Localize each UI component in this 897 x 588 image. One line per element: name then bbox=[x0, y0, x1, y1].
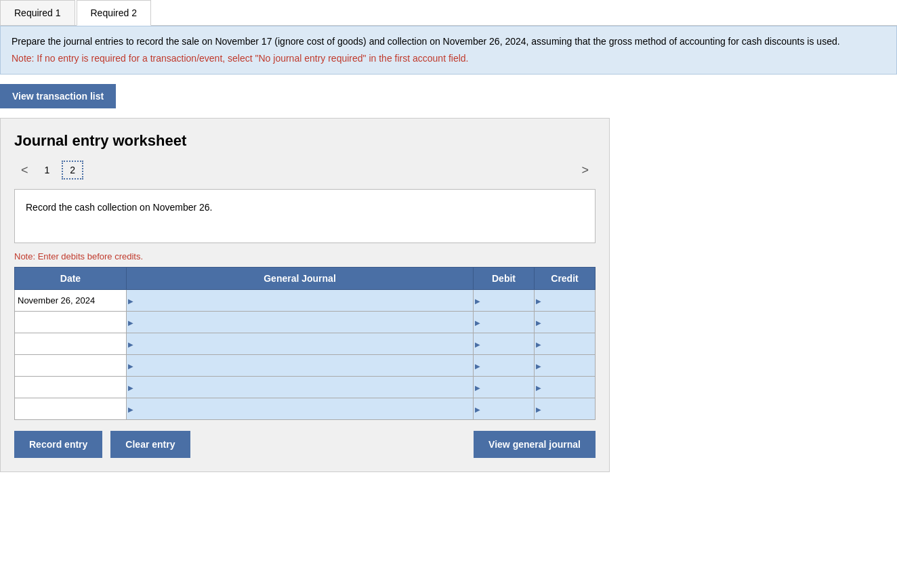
debit-cell-3[interactable]: ▶ bbox=[474, 333, 535, 355]
credit-cell-6[interactable]: ▶ bbox=[535, 398, 596, 420]
table-header-general-journal: General Journal bbox=[127, 268, 474, 290]
gj-input-6[interactable] bbox=[127, 398, 473, 419]
arrow-icon-gj4: ▶ bbox=[128, 362, 133, 369]
view-general-journal-button[interactable]: View general journal bbox=[474, 431, 596, 458]
credit-cell-1[interactable]: ▶ bbox=[535, 290, 596, 312]
description-text: Record the cash collection on November 2… bbox=[26, 202, 212, 213]
debit-input-1[interactable] bbox=[474, 290, 534, 311]
arrow-icon-c4: ▶ bbox=[536, 362, 541, 369]
date-cell-6[interactable] bbox=[15, 398, 127, 420]
arrow-icon-d5: ▶ bbox=[475, 383, 480, 391]
debit-input-4[interactable] bbox=[474, 355, 534, 376]
next-page-arrow[interactable]: > bbox=[575, 163, 596, 177]
gj-input-2[interactable] bbox=[127, 312, 473, 333]
date-cell-2[interactable] bbox=[15, 312, 127, 333]
info-box: Prepare the journal entries to record th… bbox=[0, 26, 897, 75]
gj-cell-6[interactable]: ▶ bbox=[127, 398, 474, 420]
arrow-icon-d4: ▶ bbox=[475, 362, 480, 369]
arrow-icon-c1: ▶ bbox=[536, 297, 541, 304]
debit-input-3[interactable] bbox=[474, 333, 534, 354]
table-row: ▶ ▶ ▶ bbox=[15, 377, 596, 398]
gj-input-1[interactable] bbox=[127, 290, 473, 311]
prev-page-arrow[interactable]: < bbox=[14, 163, 35, 177]
arrow-icon-c3: ▶ bbox=[536, 340, 541, 348]
credit-input-5[interactable] bbox=[535, 377, 595, 398]
arrow-icon-c6: ▶ bbox=[536, 405, 541, 413]
gj-cell-4[interactable]: ▶ bbox=[127, 355, 474, 377]
tab-required1[interactable]: Required 1 bbox=[0, 0, 75, 25]
tab-required2[interactable]: Required 2 bbox=[77, 0, 152, 26]
date-cell-1[interactable] bbox=[15, 290, 127, 312]
arrow-icon-gj1: ▶ bbox=[128, 297, 133, 304]
date-input-4[interactable] bbox=[15, 355, 126, 376]
gj-cell-2[interactable]: ▶ bbox=[127, 312, 474, 333]
gj-cell-5[interactable]: ▶ bbox=[127, 377, 474, 398]
gj-input-5[interactable] bbox=[127, 377, 473, 398]
date-cell-4[interactable] bbox=[15, 355, 127, 377]
date-cell-3[interactable] bbox=[15, 333, 127, 355]
arrow-icon-d1: ▶ bbox=[475, 297, 480, 304]
credit-cell-5[interactable]: ▶ bbox=[535, 377, 596, 398]
bottom-buttons: Record entry Clear entry View general jo… bbox=[14, 431, 596, 458]
table-header-debit: Debit bbox=[474, 268, 535, 290]
date-input-1[interactable] bbox=[15, 290, 126, 311]
table-row: ▶ ▶ ▶ bbox=[15, 312, 596, 333]
debit-input-5[interactable] bbox=[474, 377, 534, 398]
arrow-icon-c5: ▶ bbox=[536, 383, 541, 391]
arrow-icon-gj6: ▶ bbox=[128, 405, 133, 413]
gj-input-4[interactable] bbox=[127, 355, 473, 376]
table-header-date: Date bbox=[15, 268, 127, 290]
debit-input-2[interactable] bbox=[474, 312, 534, 333]
description-box: Record the cash collection on November 2… bbox=[14, 189, 596, 243]
date-input-5[interactable] bbox=[15, 377, 126, 398]
arrow-icon-gj2: ▶ bbox=[128, 318, 133, 326]
credit-cell-2[interactable]: ▶ bbox=[535, 312, 596, 333]
debit-cell-6[interactable]: ▶ bbox=[474, 398, 535, 420]
date-input-2[interactable] bbox=[15, 312, 126, 333]
credit-cell-3[interactable]: ▶ bbox=[535, 333, 596, 355]
clear-entry-button[interactable]: Clear entry bbox=[110, 431, 190, 458]
arrow-icon-d2: ▶ bbox=[475, 318, 480, 326]
arrow-icon-d3: ▶ bbox=[475, 340, 480, 348]
info-note-text: Note: If no entry is required for a tran… bbox=[12, 51, 885, 66]
arrow-icon-c2: ▶ bbox=[536, 318, 541, 326]
table-row: ▶ ▶ ▶ bbox=[15, 355, 596, 377]
gj-cell-1[interactable]: ▶ bbox=[127, 290, 474, 312]
table-row: ▶ ▶ ▶ bbox=[15, 333, 596, 355]
note-debits: Note: Enter debits before credits. bbox=[14, 251, 596, 261]
table-row: ▶ ▶ ▶ bbox=[15, 398, 596, 420]
journal-table: Date General Journal Debit Credit ▶ ▶ bbox=[14, 267, 596, 420]
credit-input-4[interactable] bbox=[535, 355, 595, 376]
credit-input-2[interactable] bbox=[535, 312, 595, 333]
arrow-icon-d6: ▶ bbox=[475, 405, 480, 413]
record-entry-button[interactable]: Record entry bbox=[14, 431, 102, 458]
date-cell-5[interactable] bbox=[15, 377, 127, 398]
table-header-credit: Credit bbox=[535, 268, 596, 290]
debit-cell-2[interactable]: ▶ bbox=[474, 312, 535, 333]
info-main-text: Prepare the journal entries to record th… bbox=[12, 35, 885, 49]
tabs-container: Required 1 Required 2 bbox=[0, 0, 897, 26]
table-row: ▶ ▶ ▶ bbox=[15, 290, 596, 312]
debit-cell-4[interactable]: ▶ bbox=[474, 355, 535, 377]
arrow-icon-gj5: ▶ bbox=[128, 383, 133, 391]
view-transaction-list-button[interactable]: View transaction list bbox=[0, 84, 116, 108]
journal-entry-worksheet: Journal entry worksheet < 1 2 > Record t… bbox=[0, 118, 610, 472]
worksheet-title: Journal entry worksheet bbox=[14, 132, 596, 150]
credit-input-1[interactable] bbox=[535, 290, 595, 311]
page-navigation: < 1 2 > bbox=[14, 161, 596, 180]
credit-input-3[interactable] bbox=[535, 333, 595, 354]
debit-cell-5[interactable]: ▶ bbox=[474, 377, 535, 398]
page-2-button[interactable]: 2 bbox=[62, 161, 83, 180]
page-1-button[interactable]: 1 bbox=[38, 162, 57, 178]
credit-cell-4[interactable]: ▶ bbox=[535, 355, 596, 377]
gj-input-3[interactable] bbox=[127, 333, 473, 354]
date-input-6[interactable] bbox=[15, 398, 126, 419]
debit-cell-1[interactable]: ▶ bbox=[474, 290, 535, 312]
gj-cell-3[interactable]: ▶ bbox=[127, 333, 474, 355]
debit-input-6[interactable] bbox=[474, 398, 534, 419]
credit-input-6[interactable] bbox=[535, 398, 595, 419]
arrow-icon-gj3: ▶ bbox=[128, 340, 133, 348]
date-input-3[interactable] bbox=[15, 333, 126, 354]
